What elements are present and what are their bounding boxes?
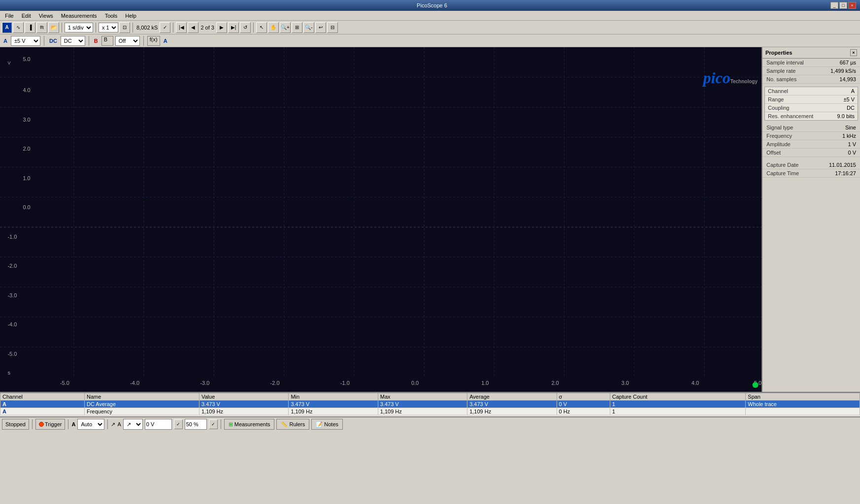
- rulers-btn[interactable]: 📏 Rulers: [276, 419, 309, 430]
- table-cell: 3.473 V: [378, 401, 467, 408]
- capture-date-value: 11.01.2015: [829, 162, 856, 168]
- sep3: [132, 23, 133, 32]
- nav-prev-btn[interactable]: ◀: [188, 22, 198, 33]
- zoom-select[interactable]: x 1: [99, 23, 118, 32]
- zoom-region-btn[interactable]: ⊞: [292, 22, 302, 33]
- table-cell: Frequency: [84, 408, 199, 415]
- col-value: Value: [199, 393, 288, 401]
- table-cell: 0 V: [557, 401, 610, 408]
- menu-help[interactable]: Help: [122, 12, 139, 20]
- table-cell: 1,109 Hz: [199, 408, 288, 415]
- ch-b-setting-select[interactable]: Off: [115, 36, 140, 46]
- menu-file[interactable]: File: [2, 12, 17, 20]
- offset-label: Offset: [766, 150, 781, 156]
- ch-b-label: B: [93, 38, 99, 44]
- menu-tools[interactable]: Tools: [102, 12, 121, 20]
- sep4: [173, 23, 173, 32]
- ch-a-range-select[interactable]: ±5 V: [11, 36, 40, 46]
- timebase-select[interactable]: 1 s/div: [65, 23, 93, 32]
- samples-btn[interactable]: ✓: [160, 22, 170, 33]
- svg-text:3.0: 3.0: [23, 117, 30, 123]
- menu-measurements[interactable]: Measurements: [58, 12, 100, 20]
- amplitude-row: Amplitude 1 V: [762, 140, 860, 149]
- signal-type-label: Signal type: [766, 125, 793, 130]
- no-samples-value: 14,993: [839, 76, 856, 82]
- channel-waveform-btn[interactable]: ∿: [13, 22, 24, 33]
- zoom-fit-btn[interactable]: ⊡: [119, 22, 130, 33]
- table-row[interactable]: ADC Average3.473 V3.473 V3.473 V3.473 V0…: [0, 401, 860, 408]
- table-cell: 1,109 Hz: [467, 408, 557, 415]
- trigger-mode-select[interactable]: Auto: [77, 419, 104, 430]
- offset-value: 0 V: [848, 150, 856, 156]
- menu-views[interactable]: Views: [36, 12, 56, 20]
- trigger-percent-confirm-btn[interactable]: ✓: [209, 419, 218, 429]
- table-cell: A: [0, 401, 85, 408]
- ch-b-btn[interactable]: B: [101, 36, 113, 46]
- table-cell: [746, 408, 860, 415]
- res-enhancement-row: Res. enhancement 9.0 bits: [765, 112, 858, 120]
- toolbar: A ∿ ▐ fft 📂 1 s/div x 1 ⊡ 8,002 kS ✓ |◀ …: [0, 21, 860, 34]
- close-button[interactable]: ×: [848, 2, 856, 9]
- channel-a-toolbar-btn[interactable]: A: [2, 22, 12, 33]
- ch-coupling-select[interactable]: DC AC: [61, 36, 85, 46]
- notes-icon: 📝: [316, 421, 323, 428]
- zoom-in-btn[interactable]: 🔍+: [280, 22, 291, 33]
- ch-sep1: [44, 36, 44, 46]
- samples-label: 8,002 kS: [135, 25, 159, 31]
- nav-repeat-btn[interactable]: ↺: [240, 22, 251, 33]
- stopped-btn[interactable]: Stopped: [2, 419, 29, 430]
- table-row[interactable]: AFrequency1,109 Hz1,109 Hz1,109 Hz1,109 …: [0, 408, 860, 415]
- svg-text:-5.0: -5.0: [7, 351, 17, 357]
- properties-title: Properties: [765, 50, 792, 56]
- ch-math-btn[interactable]: f(x): [147, 36, 160, 46]
- zoom-out-btn[interactable]: 🔍-: [303, 22, 314, 33]
- trigger-level-input[interactable]: [145, 419, 172, 430]
- svg-rect-0: [0, 47, 761, 392]
- window-title: PicoScope 6: [33, 2, 830, 8]
- properties-panel: Properties × Sample interval 667 µs Samp…: [761, 47, 860, 392]
- table-cell: 1,109 Hz: [289, 408, 378, 415]
- scope-svg: 5.0 V 4.0 3.0 2.0 1.0 0.0 -1.0 -2.0 -3.0…: [0, 47, 761, 392]
- status-sep2: [68, 419, 68, 429]
- maximize-button[interactable]: □: [839, 2, 847, 9]
- capture-date-row: Capture Date 11.01.2015: [762, 161, 860, 169]
- hand-tool-btn[interactable]: ✋: [268, 22, 279, 33]
- signal-type-value: Sine: [845, 125, 856, 130]
- properties-close-btn[interactable]: ×: [850, 49, 857, 56]
- channel-label: Channel: [768, 88, 788, 94]
- trigger-percent-input[interactable]: [185, 419, 207, 430]
- trigger-btn[interactable]: Trigger: [35, 419, 65, 430]
- open-file-btn[interactable]: 📂: [48, 22, 59, 33]
- nav-last-btn[interactable]: ▶|: [228, 22, 239, 33]
- col-min: Min: [289, 393, 378, 401]
- ch-coupling-label: DC: [48, 38, 59, 44]
- nav-next-btn[interactable]: ▶: [216, 22, 227, 33]
- col-max: Max: [378, 393, 467, 401]
- svg-text:0.0: 0.0: [23, 204, 30, 210]
- col-average: Average: [467, 393, 557, 401]
- menu-bar: File Edit Views Measurements Tools Help: [0, 11, 860, 21]
- signal-type-row: Signal type Sine: [762, 124, 860, 132]
- cursor-btn[interactable]: ↖: [256, 22, 267, 33]
- coupling-row: Coupling DC: [765, 104, 858, 112]
- svg-text:5.0: 5.0: [23, 56, 30, 62]
- zoom-fit2-btn[interactable]: ⊟: [327, 22, 338, 33]
- svg-text:1.0: 1.0: [481, 380, 489, 386]
- trigger-dir-icon: ↗: [111, 421, 115, 428]
- undo-zoom-btn[interactable]: ↩: [315, 22, 326, 33]
- trigger-dir-select[interactable]: ↗: [123, 419, 143, 430]
- measurements-panel-btn[interactable]: ⊞ Measurements: [224, 419, 275, 430]
- minimize-button[interactable]: _: [830, 2, 838, 9]
- table-cell: 3.473 V: [199, 401, 288, 408]
- range-row: Range ±5 V: [765, 95, 858, 104]
- scope-view[interactable]: picoTechnology: [0, 47, 761, 392]
- menu-edit[interactable]: Edit: [19, 12, 34, 20]
- svg-text:s: s: [7, 370, 10, 376]
- channel-bars-btn[interactable]: ▐: [25, 22, 35, 33]
- table-cell: 1: [610, 401, 746, 408]
- notes-label: Notes: [324, 421, 338, 427]
- trigger-level-confirm-btn[interactable]: ✓: [174, 419, 183, 429]
- channel-fft-btn[interactable]: fft: [36, 22, 47, 33]
- notes-btn[interactable]: 📝 Notes: [311, 419, 343, 430]
- nav-first-btn[interactable]: |◀: [176, 22, 187, 33]
